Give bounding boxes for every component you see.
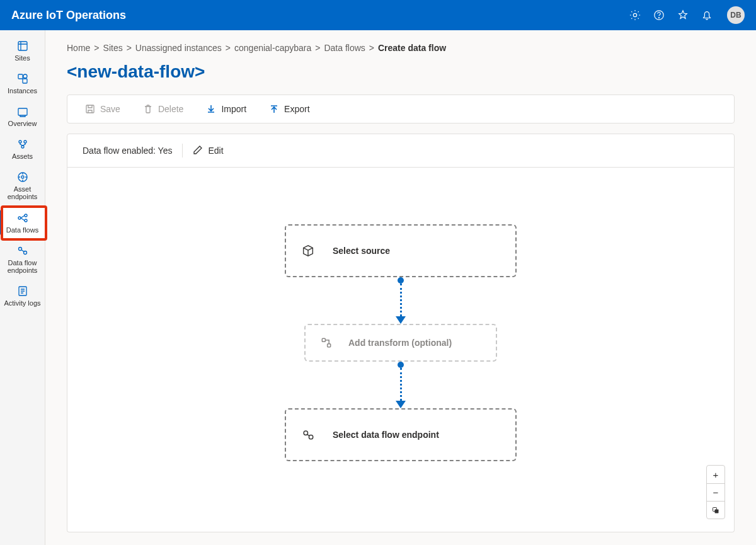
svg-point-9: [24, 141, 26, 143]
breadcrumb-item[interactable]: Sites: [103, 43, 123, 53]
transform-label: Add transform (optional): [348, 338, 452, 348]
sidebar-item-data-flow-endpoints[interactable]: Data flow endpoints: [0, 239, 45, 279]
sidebar-label: Data flow endpoints: [1, 259, 43, 274]
breadcrumb-current: Create data flow: [378, 43, 446, 53]
save-label: Save: [100, 104, 120, 114]
instances-icon: [16, 72, 30, 86]
svg-point-13: [18, 217, 21, 219]
help-icon[interactable]: [653, 9, 665, 21]
sidebar-label: Sites: [14, 54, 30, 62]
delete-button: Delete: [143, 104, 183, 114]
svg-rect-21: [328, 344, 331, 347]
zoom-fit-button[interactable]: [707, 501, 724, 519]
app-title: Azure IoT Operations: [11, 9, 629, 22]
svg-rect-7: [18, 108, 27, 115]
data-flow-enabled-status: Data flow enabled: Yes: [83, 146, 172, 156]
svg-point-10: [21, 146, 24, 148]
svg-rect-25: [715, 509, 719, 513]
assets-icon: [16, 137, 30, 151]
svg-point-0: [633, 13, 636, 16]
source-label: Select source: [333, 246, 390, 256]
flow-diagram: Select source Add transform (optional): [285, 224, 517, 461]
edit-label: Edit: [208, 146, 223, 156]
export-icon: [269, 104, 279, 114]
edit-icon: [193, 145, 203, 157]
connector: [400, 362, 401, 408]
import-button[interactable]: Import: [206, 104, 246, 114]
svg-point-16: [18, 247, 21, 250]
import-label: Import: [221, 104, 246, 114]
breadcrumb-item[interactable]: Data flows: [324, 43, 365, 53]
select-endpoint-node[interactable]: Select data flow endpoint: [285, 408, 517, 461]
sidebar-label: Data flows: [6, 226, 38, 234]
sidebar-label: Assets: [12, 152, 33, 160]
add-transform-node[interactable]: Add transform (optional): [304, 324, 497, 362]
export-label: Export: [284, 104, 309, 114]
trash-icon: [143, 104, 153, 114]
status-bar: Data flow enabled: Yes Edit: [67, 134, 735, 168]
svg-point-17: [23, 251, 26, 254]
toolbar: Save Delete Import Export: [67, 95, 735, 123]
page-title: <new-data-flow>: [67, 62, 735, 82]
svg-rect-4: [18, 74, 23, 79]
sidebar-label: Instances: [8, 87, 37, 95]
feedback-icon[interactable]: [677, 9, 689, 21]
breadcrumb: Home> Sites> Unassigned instances> conge…: [67, 43, 735, 53]
avatar[interactable]: DB: [727, 6, 745, 24]
svg-rect-3: [18, 42, 27, 50]
select-source-node[interactable]: Select source: [285, 224, 517, 277]
svg-rect-20: [322, 338, 325, 341]
zoom-in-button[interactable]: +: [707, 466, 724, 483]
sidebar-item-assets[interactable]: Assets: [0, 132, 45, 165]
save-icon: [85, 104, 95, 114]
zoom-out-button[interactable]: −: [707, 483, 724, 501]
zoom-controls: + −: [706, 465, 725, 519]
flow-canvas[interactable]: Select source Add transform (optional): [67, 168, 735, 532]
breadcrumb-item[interactable]: congenial-capybara: [234, 43, 311, 53]
asset-endpoints-icon: [16, 170, 30, 184]
save-button: Save: [85, 104, 120, 114]
svg-rect-19: [86, 105, 94, 113]
sidebar: Sites Instances Overview Assets Asset en…: [0, 30, 45, 545]
import-icon: [206, 104, 216, 114]
svg-point-22: [304, 431, 307, 435]
overview-icon: [16, 105, 30, 118]
svg-point-15: [25, 219, 27, 222]
sidebar-item-sites[interactable]: Sites: [0, 34, 45, 67]
activity-logs-icon: [16, 284, 30, 298]
svg-point-12: [21, 176, 24, 178]
sidebar-label: Overview: [8, 120, 37, 127]
svg-rect-5: [23, 79, 27, 83]
breadcrumb-item[interactable]: Home: [67, 43, 90, 53]
sidebar-label: Activity logs: [4, 299, 40, 307]
svg-point-2: [658, 18, 659, 18]
transform-icon: [319, 336, 333, 350]
delete-label: Delete: [158, 104, 183, 114]
connector: [400, 277, 401, 324]
sidebar-item-asset-endpoints[interactable]: Asset endpoints: [0, 165, 45, 205]
cube-icon: [301, 244, 315, 258]
bell-icon[interactable]: [701, 9, 713, 21]
data-flows-icon: [16, 211, 30, 225]
gear-icon[interactable]: [629, 9, 641, 21]
svg-point-6: [23, 74, 27, 78]
sidebar-label: Asset endpoints: [1, 185, 43, 200]
sidebar-item-instances[interactable]: Instances: [0, 67, 45, 100]
edit-button[interactable]: Edit: [193, 145, 223, 157]
svg-point-14: [25, 214, 27, 217]
svg-point-8: [19, 141, 21, 143]
divider: [182, 144, 183, 158]
sidebar-item-data-flows[interactable]: Data flows: [0, 206, 45, 239]
sidebar-item-activity-logs[interactable]: Activity logs: [0, 279, 45, 312]
breadcrumb-item[interactable]: Unassigned instances: [135, 43, 222, 53]
endpoint-label: Select data flow endpoint: [333, 430, 439, 440]
app-header: Azure IoT Operations DB: [0, 0, 756, 30]
data-flow-endpoints-icon: [16, 244, 30, 258]
sidebar-item-overview[interactable]: Overview: [0, 100, 45, 132]
endpoint-icon: [301, 428, 315, 442]
export-button[interactable]: Export: [269, 104, 309, 114]
header-actions: DB: [629, 6, 745, 24]
sites-icon: [16, 39, 30, 53]
main-content: Home> Sites> Unassigned instances> conge…: [45, 30, 756, 545]
